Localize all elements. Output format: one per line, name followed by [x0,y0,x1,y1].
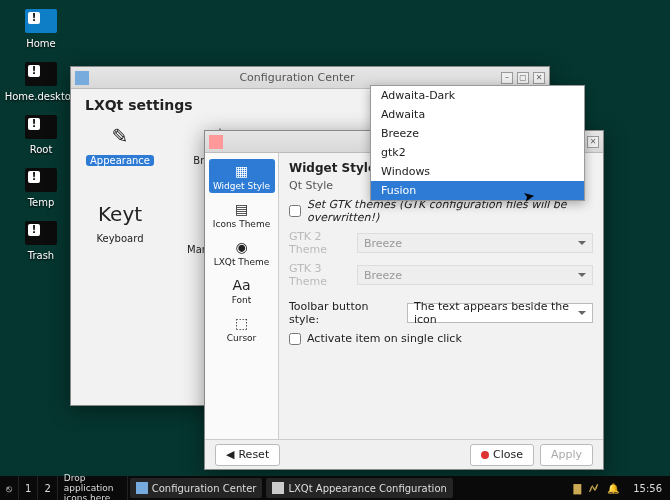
desktop-icons-column: !Home!Home.desktop!Root!Temp!Trash [6,6,76,271]
activate-single-click-checkbox[interactable] [289,333,301,345]
dropdown-option-breeze[interactable]: Breeze [371,124,584,143]
dropdown-option-gtk2[interactable]: gtk2 [371,143,584,162]
cc-item-appearance[interactable]: ✎Appearance [85,119,155,177]
system-tray: ▇ 🗲 🔔 [567,483,625,494]
ap-side-icons-theme[interactable]: ▤Icons Theme [209,197,275,231]
set-gtk-checkbox[interactable] [289,205,301,217]
apply-button[interactable]: Apply [540,444,593,466]
dropdown-option-fusion[interactable]: Fusion [371,181,584,200]
tray-battery-icon[interactable]: 🗲 [589,483,599,494]
activate-single-click-label: Activate item on single click [307,332,462,345]
ap-window-icon [209,135,223,149]
ap-side-font[interactable]: AaFont [209,273,275,307]
gtk2-theme-combo: Breeze [357,233,593,253]
close-button[interactable]: Close [470,444,534,466]
dropdown-option-adwaita[interactable]: Adwaita [371,105,584,124]
cc-minimize-button[interactable]: – [501,72,513,84]
cc-maximize-button[interactable]: ▢ [517,72,529,84]
ap-side-lxqt-theme[interactable]: ◉LXQt Theme [209,235,275,269]
toolbar-style-label: Toolbar button style: [289,300,401,326]
activate-single-click-row[interactable]: Activate item on single click [289,332,593,345]
set-gtk-label: Set GTK themes (GTK configuration files … [307,198,593,224]
gtk2-theme-label: GTK 2 Theme [289,230,351,256]
task-cc-icon [136,482,148,494]
cc-close-button[interactable]: ✕ [533,72,545,84]
qt-style-dropdown[interactable]: Adwaita-DarkAdwaitaBreezegtk2WindowsFusi… [370,85,585,201]
desktop-icon-home-desktop[interactable]: !Home.desktop [6,59,76,102]
dropdown-option-adwaita-dark[interactable]: Adwaita-Dark [371,86,584,105]
tray-removable-icon[interactable]: ▇ [573,483,581,494]
desktop-icon-home[interactable]: !Home [6,6,76,49]
task-ap-icon [272,482,284,494]
desktop-icon-trash[interactable]: !Trash [6,218,76,261]
quicklaunch-hint[interactable]: Drop application icons here [58,476,128,500]
set-gtk-checkbox-row[interactable]: Set GTK themes (GTK configuration files … [289,198,593,224]
reset-button[interactable]: ◀ Reset [215,444,280,466]
desktop-icon-temp[interactable]: !Temp [6,165,76,208]
gtk3-theme-label: GTK 3 Theme [289,262,351,288]
workspace-1-button[interactable]: 1 [19,476,38,500]
ap-close-x-button[interactable]: ✕ [587,136,599,148]
ap-sidebar: ▦Widget Style▤Icons Theme◉LXQt ThemeAaFo… [205,153,279,439]
ap-side-cursor[interactable]: ⬚Cursor [209,311,275,345]
gtk3-theme-combo: Breeze [357,265,593,285]
qt-style-label: Qt Style [289,179,351,192]
cc-title: Configuration Center [93,71,501,84]
start-menu-button[interactable]: ⎋ [0,476,19,500]
cc-item-keyboard[interactable]: KeytKeyboard [85,197,155,255]
taskbar: ⎋ 1 2 Drop application icons here Config… [0,476,670,500]
cc-window-icon [75,71,89,85]
task-configuration-center[interactable]: Configuration Center [130,478,263,498]
task-appearance[interactable]: LXQt Appearance Configuration [266,478,452,498]
desktop-icon-root[interactable]: !Root [6,112,76,155]
dropdown-option-windows[interactable]: Windows [371,162,584,181]
taskbar-clock[interactable]: 15:56 [625,483,670,494]
toolbar-style-combo[interactable]: The text appears beside the icon [407,303,593,323]
workspace-2-button[interactable]: 2 [38,476,57,500]
ap-side-widget-style[interactable]: ▦Widget Style [209,159,275,193]
tray-notification-icon[interactable]: 🔔 [607,483,619,494]
close-dot-icon [481,451,489,459]
